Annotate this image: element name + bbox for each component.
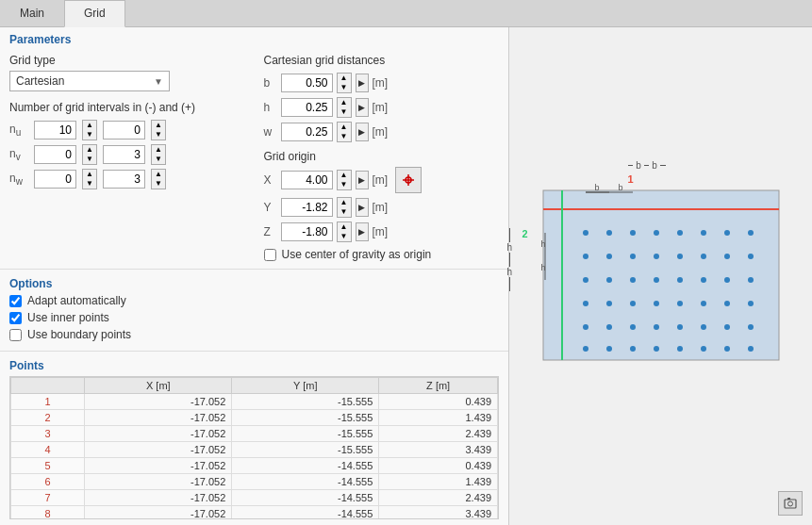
svg-point-47 bbox=[606, 346, 612, 352]
svg-point-48 bbox=[630, 346, 636, 352]
svg-point-52 bbox=[724, 346, 730, 352]
svg-point-64 bbox=[788, 501, 793, 506]
y-up[interactable]: ▲ bbox=[338, 198, 351, 207]
nw-pos-down[interactable]: ▼ bbox=[152, 179, 165, 189]
svg-point-38 bbox=[583, 324, 588, 330]
h-arrow-btn[interactable]: ▶ bbox=[356, 98, 369, 117]
tab-grid[interactable]: Grid bbox=[64, 0, 125, 27]
coord-pick-btn[interactable] bbox=[395, 167, 422, 193]
y-arrow-btn[interactable]: ▶ bbox=[356, 198, 369, 217]
snapshot-btn[interactable] bbox=[778, 491, 803, 516]
nw-neg-input[interactable] bbox=[34, 170, 76, 189]
svg-text:h: h bbox=[540, 239, 545, 249]
h-up[interactable]: ▲ bbox=[338, 98, 351, 107]
nv-pos-spinner[interactable]: ▲ ▼ bbox=[151, 144, 166, 165]
svg-rect-3 bbox=[543, 190, 779, 360]
row-y: -14.555 bbox=[232, 458, 379, 474]
w-input[interactable] bbox=[281, 123, 333, 141]
z-arrow-btn[interactable]: ▶ bbox=[356, 222, 369, 241]
row-id: 7 bbox=[11, 490, 85, 506]
adapt-auto-checkbox[interactable] bbox=[9, 295, 22, 307]
h-spinner[interactable]: ▲ ▼ bbox=[337, 97, 352, 118]
nv-pos-up[interactable]: ▲ bbox=[152, 145, 165, 155]
b-down[interactable]: ▼ bbox=[338, 83, 351, 92]
x-arrow-btn[interactable]: ▶ bbox=[356, 171, 369, 189]
row-id: 8 bbox=[11, 506, 85, 520]
row-y: -15.555 bbox=[232, 426, 379, 442]
inner-points-checkbox[interactable] bbox=[9, 312, 22, 324]
svg-point-24 bbox=[630, 277, 636, 283]
h-down[interactable]: ▼ bbox=[338, 107, 351, 117]
y-spinner[interactable]: ▲ ▼ bbox=[337, 197, 352, 218]
nu-neg-up[interactable]: ▲ bbox=[83, 121, 96, 130]
nu-neg-input[interactable] bbox=[34, 121, 76, 139]
b-up[interactable]: ▲ bbox=[338, 74, 351, 83]
w-up[interactable]: ▲ bbox=[338, 123, 351, 132]
nu-pos-up[interactable]: ▲ bbox=[152, 121, 165, 130]
cog-checkbox[interactable] bbox=[264, 249, 276, 261]
nw-neg-up[interactable]: ▲ bbox=[83, 170, 96, 179]
nu-neg-down[interactable]: ▼ bbox=[83, 130, 96, 139]
points-table-container[interactable]: X [m] Y [m] Z [m] 1 -17.052 -15.555 0.43… bbox=[9, 376, 499, 519]
table-row: 8 -17.052 -14.555 3.439 bbox=[11, 506, 498, 520]
grid-type-value: Cartesian bbox=[16, 74, 64, 88]
row-z: 2.439 bbox=[379, 426, 498, 442]
svg-point-42 bbox=[677, 324, 683, 330]
h-input[interactable] bbox=[281, 98, 333, 117]
nw-pos-up[interactable]: ▲ bbox=[152, 170, 165, 179]
svg-point-40 bbox=[630, 324, 636, 330]
y-down[interactable]: ▼ bbox=[338, 207, 351, 217]
nw-neg-spinner[interactable]: ▲ ▼ bbox=[82, 169, 97, 189]
nv-neg-input[interactable] bbox=[34, 145, 76, 164]
nw-neg-down[interactable]: ▼ bbox=[83, 179, 96, 189]
nv-neg-up[interactable]: ▲ bbox=[83, 145, 96, 155]
nv-pos-input[interactable] bbox=[103, 145, 145, 164]
table-row: 3 -17.052 -15.555 2.439 bbox=[11, 426, 498, 442]
b-input[interactable] bbox=[281, 74, 333, 92]
grid-label-2: 2 bbox=[522, 228, 528, 239]
x-spinner[interactable]: ▲ ▼ bbox=[337, 170, 352, 190]
inner-points-label: Use inner points bbox=[27, 311, 109, 324]
nv-neg-spinner[interactable]: ▲ ▼ bbox=[82, 144, 97, 165]
svg-point-22 bbox=[583, 277, 588, 283]
z-down[interactable]: ▼ bbox=[338, 232, 351, 241]
w-down[interactable]: ▼ bbox=[338, 132, 351, 141]
svg-point-46 bbox=[583, 346, 588, 352]
y-input[interactable] bbox=[281, 198, 333, 217]
h-dim-label: h bbox=[507, 242, 513, 253]
b-arrow-btn[interactable]: ▶ bbox=[356, 74, 369, 92]
row-y: -14.555 bbox=[232, 506, 379, 520]
row-z: 3.439 bbox=[379, 506, 498, 520]
svg-point-14 bbox=[583, 254, 588, 259]
svg-text:h: h bbox=[540, 263, 545, 272]
grid-label-1: 1 bbox=[628, 173, 634, 185]
b-dim-label2: b bbox=[652, 160, 657, 171]
nw-pos-spinner[interactable]: ▲ ▼ bbox=[151, 169, 166, 189]
w-spinner[interactable]: ▲ ▼ bbox=[337, 122, 352, 142]
origin-label: Grid origin bbox=[264, 150, 500, 163]
z-spinner[interactable]: ▲ ▼ bbox=[337, 221, 352, 242]
svg-point-26 bbox=[677, 277, 683, 283]
x-input[interactable] bbox=[281, 171, 333, 189]
z-input[interactable] bbox=[281, 222, 333, 241]
z-up[interactable]: ▲ bbox=[338, 222, 351, 232]
nu-neg-spinner[interactable]: ▲ ▼ bbox=[82, 120, 97, 140]
nw-pos-input[interactable] bbox=[103, 170, 145, 189]
b-spinner[interactable]: ▲ ▼ bbox=[337, 73, 352, 93]
nu-pos-input[interactable] bbox=[103, 121, 145, 139]
adapt-auto-label: Adapt automatically bbox=[27, 294, 126, 307]
bottom-toolbar bbox=[778, 491, 803, 516]
boundary-points-checkbox[interactable] bbox=[9, 329, 22, 341]
nu-pos-spinner[interactable]: ▲ ▼ bbox=[151, 120, 166, 140]
x-down[interactable]: ▼ bbox=[338, 180, 351, 189]
w-arrow-btn[interactable]: ▶ bbox=[356, 123, 369, 141]
svg-point-31 bbox=[606, 301, 612, 306]
tab-main[interactable]: Main bbox=[0, 0, 64, 26]
grid-type-dropdown[interactable]: Cartesian ▼ bbox=[9, 71, 170, 91]
svg-point-20 bbox=[724, 254, 730, 259]
table-row: 1 -17.052 -15.555 0.439 bbox=[11, 394, 498, 410]
x-up[interactable]: ▲ bbox=[338, 171, 351, 180]
nv-neg-down[interactable]: ▼ bbox=[83, 155, 96, 164]
nv-pos-down[interactable]: ▼ bbox=[152, 155, 165, 164]
nu-pos-down[interactable]: ▼ bbox=[152, 130, 165, 139]
